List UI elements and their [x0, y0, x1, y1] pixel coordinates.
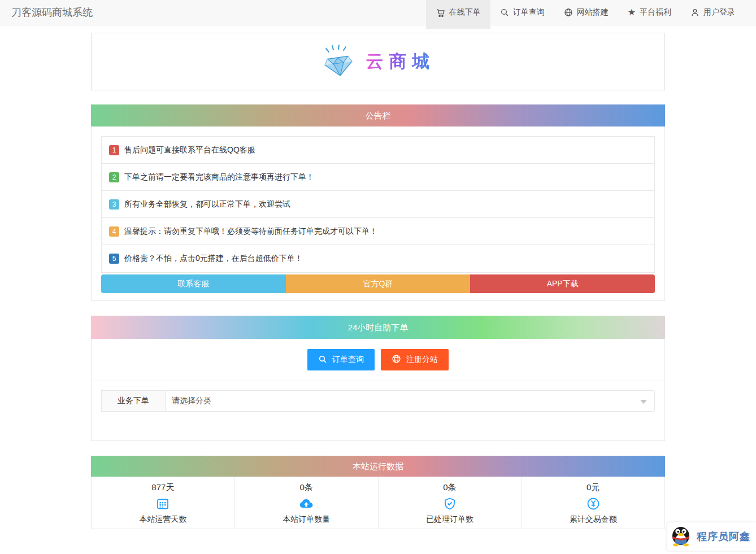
order-query-button[interactable]: 订单查询	[307, 349, 375, 370]
nav-item-platform-welfare[interactable]: ★ 平台福利	[618, 0, 681, 25]
logo-panel: 云商城	[91, 33, 665, 90]
site-stats-row: 877天 本站运营天数 0条 本站订单数量 0条 已处理订单数	[91, 477, 665, 529]
business-order-label: 业务下单	[101, 390, 166, 412]
cloud-upload-icon	[299, 496, 314, 511]
diamond-icon	[321, 44, 356, 79]
watermark-badge[interactable]: 程序员阿鑫	[667, 522, 756, 551]
announcement-section: 公告栏 1 售后问题可直接联系平台在线QQ客服 2 下单之前请一定要看完该商品的…	[91, 104, 665, 300]
nav-item-user-login[interactable]: 用户登录	[681, 0, 745, 25]
search-icon	[318, 355, 327, 365]
contact-support-button[interactable]: 联系客服	[101, 274, 286, 293]
stat-order-count: 0条 本站订单数量	[235, 477, 379, 529]
nav-item-label: 平台福利	[640, 7, 671, 18]
business-order-form: 业务下单 请选择分类	[101, 390, 655, 412]
stat-processed-orders: 0条 已处理订单数	[379, 477, 522, 529]
announcement-buttons: 联系客服 官方Q群 APP下载	[101, 274, 655, 293]
register-substation-button[interactable]: 注册分站	[381, 349, 449, 370]
globe-icon	[392, 354, 401, 365]
self-order-header: 24小时自助下单	[91, 316, 665, 339]
user-icon	[690, 8, 699, 17]
announcement-list: 1 售后问题可直接联系平台在线QQ客服 2 下单之前请一定要看完该商品的注意事项…	[101, 136, 655, 273]
divider	[92, 381, 664, 381]
chevron-down-icon	[640, 400, 647, 404]
site-stats-header: 本站运行数据	[91, 456, 665, 477]
shield-check-icon	[443, 496, 457, 511]
self-order-body: 订单查询 注册分站 业务下单 请选择分类	[91, 339, 665, 441]
list-item: 1 售后问题可直接联系平台在线QQ客服	[102, 137, 654, 164]
yen-circle-icon	[586, 496, 600, 511]
list-item: 2 下单之前请一定要看完该商品的注意事项再进行下单！	[102, 164, 654, 191]
category-select[interactable]: 请选择分类	[166, 390, 655, 412]
globe-icon	[564, 8, 573, 17]
cart-icon	[436, 8, 445, 18]
list-item: 3 所有业务全部恢复，都可以正常下单，欢迎尝试	[102, 191, 654, 218]
nav-item-order-query[interactable]: 订单查询	[490, 0, 554, 25]
stat-total-amount: 0元 累计交易金额	[522, 477, 664, 529]
nav-item-site-build[interactable]: 网站搭建	[554, 0, 618, 25]
search-icon	[500, 8, 509, 17]
site-title: 刀客源码商城系统	[0, 6, 93, 19]
notice-number-badge: 5	[109, 254, 119, 264]
stat-days-running: 877天 本站运营天数	[92, 477, 235, 529]
announcement-body: 1 售后问题可直接联系平台在线QQ客服 2 下单之前请一定要看完该商品的注意事项…	[91, 126, 665, 300]
nav-item-online-order[interactable]: 在线下单	[426, 0, 490, 25]
calendar-icon	[156, 496, 170, 511]
list-item: 5 价格贵？不怕，点击0元搭建，在后台超低价下单！	[102, 245, 654, 272]
main-nav: 在线下单 订单查询 网站搭建 ★ 平台福利 用户登录	[426, 0, 745, 25]
list-item: 4 温馨提示：请勿重复下单哦！必须要等待前面任务订单完成才可以下单！	[102, 218, 654, 245]
official-qq-group-button[interactable]: 官方Q群	[286, 274, 471, 293]
nav-item-label: 网站搭建	[577, 7, 609, 18]
nav-item-label: 订单查询	[513, 7, 545, 18]
top-navigation-bar: 刀客源码商城系统 在线下单 订单查询 网站搭建 ★ 平台福利	[0, 0, 756, 25]
self-order-buttons: 订单查询 注册分站	[92, 339, 664, 370]
announcement-header: 公告栏	[91, 104, 665, 126]
notice-number-badge: 4	[109, 226, 119, 237]
notice-number-badge: 1	[109, 145, 119, 155]
nav-item-label: 在线下单	[449, 7, 481, 18]
app-download-button[interactable]: APP下载	[470, 274, 655, 293]
notice-number-badge: 3	[109, 199, 119, 210]
qq-penguin-icon	[670, 524, 692, 549]
watermark-text: 程序员阿鑫	[697, 530, 750, 543]
star-icon: ★	[628, 8, 636, 17]
self-order-section: 24小时自助下单 订单查询 注册分站 业务下单	[91, 316, 665, 441]
nav-item-label: 用户登录	[703, 7, 735, 18]
notice-number-badge: 2	[109, 172, 119, 182]
logo-text: 云商城	[366, 50, 436, 73]
site-stats-section: 本站运行数据 877天 本站运营天数 0条 本站订单数量 0条	[91, 456, 665, 529]
